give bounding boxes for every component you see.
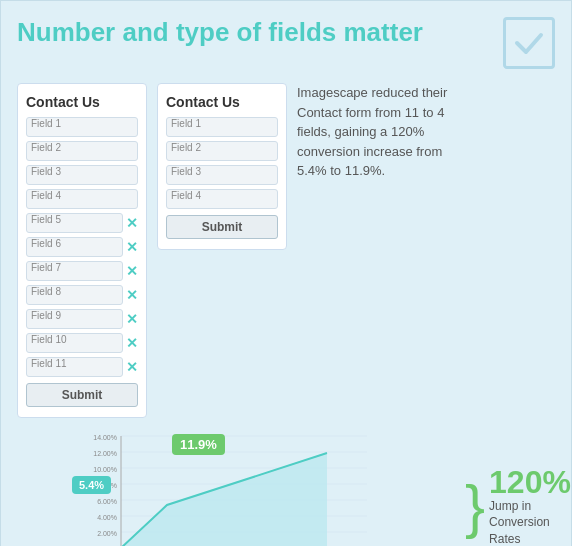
field-left-3[interactable]: Field 3	[26, 165, 138, 185]
field-row-5: Field 5 ✕	[26, 213, 138, 233]
checkmark-box	[503, 17, 555, 69]
brace-icon: }	[465, 477, 485, 537]
cross-icon-10: ✕	[126, 336, 138, 350]
field-row-4: Field 4	[26, 189, 138, 209]
badge-low: 5.4%	[72, 476, 111, 494]
badge-high: 11.9%	[172, 434, 225, 455]
field-row-2: Field 2	[26, 141, 138, 161]
form-right: Contact Us Field 1 Field 2 Field 3 Field…	[157, 83, 287, 250]
field-left-4[interactable]: Field 4	[26, 189, 138, 209]
field-row-11: Field 11 ✕	[26, 357, 138, 377]
jump-section: } 120% Jump in Conversion Rates	[465, 466, 555, 546]
field-right-2[interactable]: Field 2	[166, 141, 278, 161]
field-left-5[interactable]: Field 5	[26, 213, 123, 233]
submit-left-button[interactable]: Submit	[26, 383, 138, 407]
jump-percent: 120%	[489, 466, 571, 498]
svg-text:14.00%: 14.00%	[93, 434, 117, 441]
svg-marker-16	[121, 453, 327, 546]
field-left-8[interactable]: Field 8	[26, 285, 123, 305]
field-right-3[interactable]: Field 3	[166, 165, 278, 185]
submit-right-button[interactable]: Submit	[166, 215, 278, 239]
field-row-8: Field 8 ✕	[26, 285, 138, 305]
info-text: Imagescape reduced their Contact form fr…	[297, 83, 452, 181]
cross-icon-11: ✕	[126, 360, 138, 374]
cross-icon-6: ✕	[126, 240, 138, 254]
field-right-1[interactable]: Field 1	[166, 117, 278, 137]
svg-text:4.00%: 4.00%	[97, 514, 117, 521]
field-left-10[interactable]: Field 10	[26, 333, 123, 353]
field-row-3: Field 3	[26, 165, 138, 185]
svg-text:6.00%: 6.00%	[97, 498, 117, 505]
field-row-6: Field 6 ✕	[26, 237, 138, 257]
cross-icon-9: ✕	[126, 312, 138, 326]
field-left-7[interactable]: Field 7	[26, 261, 123, 281]
svg-text:12.00%: 12.00%	[93, 450, 117, 457]
bottom-section: 14.00% 12.00% 10.00% 8.00% 6.00% 4.00% 2…	[17, 428, 555, 546]
header-row: Number and type of fields matter	[17, 17, 555, 69]
field-right-4[interactable]: Field 4	[166, 189, 278, 209]
form-right-title: Contact Us	[166, 94, 278, 110]
field-right-row-2: Field 2	[166, 141, 278, 161]
cross-icon-7: ✕	[126, 264, 138, 278]
svg-text:10.00%: 10.00%	[93, 466, 117, 473]
jump-row: } 120% Jump in Conversion Rates	[465, 466, 571, 546]
cross-icon-8: ✕	[126, 288, 138, 302]
field-left-6[interactable]: Field 6	[26, 237, 123, 257]
field-row-1: Field 1	[26, 117, 138, 137]
jump-label: Jump in Conversion Rates	[489, 498, 571, 546]
field-right-row-3: Field 3	[166, 165, 278, 185]
jump-info: 120% Jump in Conversion Rates	[489, 466, 571, 546]
field-row-9: Field 9 ✕	[26, 309, 138, 329]
field-row-10: Field 10 ✕	[26, 333, 138, 353]
field-left-11[interactable]: Field 11	[26, 357, 123, 377]
field-left-9[interactable]: Field 9	[26, 309, 123, 329]
page-container: Number and type of fields matter Contact…	[0, 0, 572, 546]
field-right-row-4: Field 4	[166, 189, 278, 209]
field-row-7: Field 7 ✕	[26, 261, 138, 281]
field-left-2[interactable]: Field 2	[26, 141, 138, 161]
field-right-row-1: Field 1	[166, 117, 278, 137]
svg-text:2.00%: 2.00%	[97, 530, 117, 537]
chart-area: 14.00% 12.00% 10.00% 8.00% 6.00% 4.00% 2…	[17, 428, 457, 546]
form-left-title: Contact Us	[26, 94, 138, 110]
cross-icon-5: ✕	[126, 216, 138, 230]
main-title: Number and type of fields matter	[17, 17, 423, 48]
field-left-1[interactable]: Field 1	[26, 117, 138, 137]
checkmark-icon	[513, 27, 545, 59]
content-row: Contact Us Field 1 Field 2 Field 3 Field…	[17, 83, 555, 418]
form-left: Contact Us Field 1 Field 2 Field 3 Field…	[17, 83, 147, 418]
